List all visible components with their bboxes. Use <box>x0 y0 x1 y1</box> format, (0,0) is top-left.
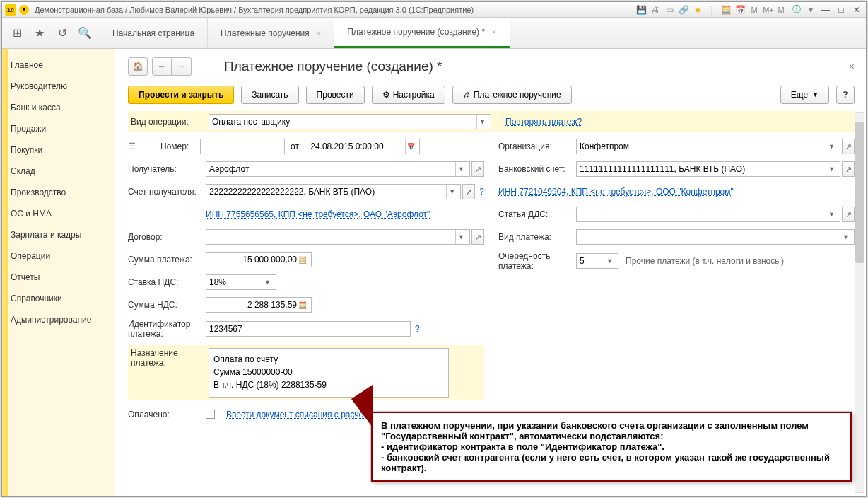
m-btn[interactable]: M <box>749 4 760 16</box>
tab-payment-order-create[interactable]: Платежное поручение (создание) * × <box>334 18 510 48</box>
apps-icon[interactable]: ⊞ <box>11 27 23 40</box>
vat-rate-select[interactable]: 18% ▼ <box>206 274 276 290</box>
tab-close-icon[interactable]: × <box>492 28 496 36</box>
more-button[interactable]: Еще▼ <box>780 86 829 104</box>
open-organization-button[interactable]: ↗ <box>842 139 855 154</box>
amount-input[interactable]: 15 000 000,00 🧮 <box>206 252 312 267</box>
open-recipient-acc-button[interactable]: ↗ <box>462 184 475 199</box>
save-button[interactable]: Записать <box>241 86 298 104</box>
contract-input[interactable]: ▼ <box>206 229 470 245</box>
search-icon[interactable]: 🔍 <box>78 27 91 40</box>
open-contract-button[interactable]: ↗ <box>471 229 484 245</box>
chevron-down-icon[interactable]: ▼ <box>826 162 837 176</box>
organization-input[interactable]: Конфетпром ▼ <box>576 139 840 154</box>
info-icon[interactable]: ⓘ <box>791 4 802 16</box>
maximize-button[interactable]: □ <box>835 4 848 16</box>
sidebar-item-bank[interactable]: Банк и касса <box>2 97 115 118</box>
history-icon[interactable]: ↺ <box>56 27 69 40</box>
recipient-input[interactable]: Аэрофлот ▼ <box>206 161 470 177</box>
open-bank-account-button[interactable]: ↗ <box>842 161 855 177</box>
recipient-acc-input[interactable]: 22222222222222222222, БАНК ВТБ (ПАО) ▼ <box>206 184 461 199</box>
sidebar-item-production[interactable]: Производство <box>2 182 115 203</box>
chevron-down-icon[interactable]: ▼ <box>476 115 488 129</box>
dds-input[interactable]: ▼ <box>576 207 840 222</box>
number-input[interactable] <box>200 139 285 154</box>
close-window-button[interactable]: ✕ <box>850 4 863 16</box>
chevron-down-icon[interactable]: ▼ <box>262 275 273 289</box>
minimize-button[interactable]: — <box>819 4 832 16</box>
chevron-down-icon[interactable]: ▼ <box>455 230 467 244</box>
purpose-line3: В т.ч. НДС (18%) 2288135-59 <box>213 378 444 391</box>
favorite-icon[interactable]: ★ <box>33 27 46 40</box>
help-icon[interactable]: ? <box>415 324 420 334</box>
purpose-textarea[interactable]: Оплата по счету Сумма 15000000-00 В т.ч.… <box>209 348 449 398</box>
help-button[interactable]: ? <box>836 86 855 104</box>
payment-type-select[interactable]: ▼ <box>576 229 855 245</box>
calendar-icon[interactable]: 📅 <box>734 4 746 16</box>
chevron-down-icon[interactable]: ▼ <box>604 254 615 268</box>
chevron-down-icon[interactable]: ▼ <box>840 230 851 244</box>
lines-icon[interactable]: ☰ <box>128 141 139 151</box>
open-recipient-button[interactable]: ↗ <box>471 161 484 177</box>
m-plus-btn[interactable]: M+ <box>763 4 774 16</box>
save-icon[interactable]: 💾 <box>635 4 647 16</box>
doc-icon[interactable]: ▭ <box>664 4 675 16</box>
sidebar-item-admin[interactable]: Администрирование <box>2 309 115 330</box>
label-contract: Договор: <box>128 232 206 242</box>
sidebar-item-main[interactable]: Главное <box>2 54 115 76</box>
app-menu-dropdown[interactable]: ▾ <box>19 5 29 15</box>
forward-button[interactable]: → <box>172 57 192 76</box>
calc-icon[interactable]: 🧮 <box>720 4 732 16</box>
print-payment-order-button[interactable]: Платежное поручение <box>452 86 572 104</box>
paid-checkbox[interactable] <box>206 410 215 419</box>
home-button[interactable]: 🏠 <box>128 57 148 76</box>
sidebar-item-operations[interactable]: Операции <box>2 245 115 267</box>
tab-home[interactable]: Начальная страница <box>100 18 208 48</box>
vat-sum-input[interactable]: 2 288 135,59 🧮 <box>206 297 312 313</box>
payer-inn-link[interactable]: ИНН 7755656565, КПП <не требуется>, ОАО … <box>206 209 430 219</box>
help-icon[interactable]: ? <box>479 187 484 197</box>
star-icon[interactable]: ★ <box>692 4 703 16</box>
sidebar-item-payroll[interactable]: Зарплата и кадры <box>2 224 115 245</box>
chevron-down-icon[interactable]: ▼ <box>455 162 467 176</box>
calendar-icon[interactable]: 📅 <box>405 139 416 154</box>
sep: | <box>706 4 717 16</box>
payment-id-input[interactable]: 1234567 <box>206 321 411 337</box>
sidebar-item-assets[interactable]: ОС и НМА <box>2 203 115 224</box>
sidebar-item-manager[interactable]: Руководителю <box>2 76 115 97</box>
vertical-scrollbar[interactable] <box>855 112 864 493</box>
m-minus-btn[interactable]: M- <box>777 4 788 16</box>
post-and-close-button[interactable]: Провести и закрыть <box>128 86 234 104</box>
settings-button[interactable]: Настройка <box>372 86 445 104</box>
sidebar-item-sales[interactable]: Продажи <box>2 118 115 139</box>
link-icon[interactable]: 🔗 <box>678 4 689 16</box>
chevron-down-icon[interactable]: ▼ <box>446 185 457 199</box>
calculator-icon[interactable]: 🧮 <box>297 301 308 309</box>
label-payment-type: Вид платежа: <box>498 232 576 242</box>
tab-label: Платежное поручение (создание) * <box>347 27 485 37</box>
chevron-down-icon[interactable]: ▼ <box>826 207 837 221</box>
priority-input[interactable]: 5 ▼ <box>576 253 618 269</box>
sidebar-item-catalogs[interactable]: Справочники <box>2 288 115 309</box>
info-caret[interactable]: ▾ <box>805 4 816 16</box>
scrollbar-thumb[interactable] <box>855 122 864 263</box>
nav-back-forward: ← → <box>152 57 192 76</box>
post-button[interactable]: Провести <box>306 86 365 104</box>
calculator-icon[interactable]: 🧮 <box>297 256 308 264</box>
sidebar-item-warehouse[interactable]: Склад <box>2 161 115 182</box>
repeat-payment-link[interactable]: Повторять платеж? <box>505 117 582 127</box>
open-dds-button[interactable]: ↗ <box>842 207 855 222</box>
op-type-select[interactable]: Оплата поставщику ▼ <box>209 114 491 129</box>
back-button[interactable]: ← <box>152 57 172 76</box>
close-page-button[interactable]: × <box>849 61 855 72</box>
org-inn-link[interactable]: ИНН 7721049904, КПП <не требуется>, ООО … <box>498 187 734 197</box>
chevron-down-icon[interactable]: ▼ <box>826 139 837 154</box>
tab-close-icon[interactable]: × <box>317 29 321 37</box>
bank-account-input[interactable]: 11111111111111111111, БАНК ВТБ (ПАО) ▼ <box>576 161 840 177</box>
sidebar-item-reports[interactable]: Отчеты <box>2 267 115 288</box>
print-icon[interactable]: 🖨 <box>650 4 661 16</box>
tab-payment-orders[interactable]: Платежные поручения × <box>208 18 334 48</box>
sidebar-item-purchases[interactable]: Покупки <box>2 139 115 161</box>
date-input[interactable]: 24.08.2015 0:00:00 📅 <box>307 139 420 154</box>
app-logo-icon: 1c <box>5 4 16 16</box>
